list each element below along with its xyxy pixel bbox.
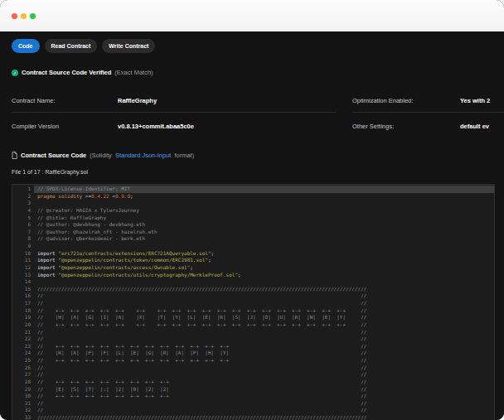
line-number: 19 — [12, 314, 34, 321]
code-line-text: // +-+ +-+ +-+ +-+ +-+ +-+ +-+ +-+ +-+ +… — [34, 343, 494, 350]
line-number: 18 — [12, 307, 34, 315]
window-titlebar[interactable] — [0, 0, 504, 31]
code-line: 23// +-+ +-+ +-+ +-+ +-+ +-+ +-+ +-+ +-+… — [12, 343, 494, 350]
code-line-text: // @title: RaffleGraphy — [34, 215, 494, 222]
line-number: 17 — [12, 300, 34, 307]
line-number: 14 — [12, 278, 34, 286]
line-number: 32 — [12, 407, 34, 414]
code-line: 21// // — [12, 329, 494, 336]
tab-read-contract[interactable]: Read Contract — [45, 39, 98, 53]
code-line-text: // // — [34, 407, 494, 414]
line-number: 26 — [12, 364, 34, 372]
code-line-text: import "@openzeppelin/contracts/token/co… — [34, 257, 494, 264]
verified-check-icon: ✓ — [12, 70, 18, 76]
code-line: 19// |H| |A| |G| |I| |A| |X| |T| |Y| |L|… — [12, 314, 494, 321]
line-number: 16 — [12, 292, 34, 300]
code-line-text: // |E| |S| |T| |:| |2| |0| |2| |2| // — [34, 386, 494, 393]
close-button[interactable] — [12, 13, 17, 19]
compiler-version-value: v0.8.13+commit.abaa5c0e — [118, 123, 194, 130]
code-line-text — [34, 243, 494, 250]
page-content: Code Read Contract Write Contract ✓ Cont… — [0, 31, 504, 420]
code-line-text: // // — [34, 292, 494, 300]
code-line-text: pragma solidity >=0.4.22 <0.9.0; — [34, 193, 494, 200]
line-number: 23 — [12, 343, 34, 350]
code-line-text: import "@openzeppelin/contracts/access/O… — [34, 264, 494, 272]
line-number: 2 — [12, 193, 34, 200]
code-line: 1// SPDX-License-Identifier: MIT — [12, 186, 494, 193]
line-number: 29 — [12, 386, 34, 393]
code-line-text: // +-+ +-+ +-+ +-+ +-+ +-+ +-+ +-+ +-+ +… — [34, 357, 494, 364]
code-line: 22// // — [12, 336, 494, 343]
line-number: 3 — [12, 200, 34, 207]
line-number: 13 — [12, 272, 34, 279]
code-line-text: // // — [34, 400, 494, 408]
line-number: 12 — [12, 264, 34, 272]
code-viewer[interactable]: 1// SPDX-License-Identifier: MIT2pragma … — [12, 184, 495, 420]
contract-name-row: Contract Name: RaffleGraphy — [12, 89, 337, 112]
minimize-button[interactable] — [21, 13, 27, 19]
traffic-lights — [12, 13, 36, 19]
code-line-text: // // — [34, 371, 494, 379]
line-number: 21 — [12, 329, 34, 336]
line-number: 25 — [12, 357, 34, 364]
code-line: 14 — [12, 278, 494, 286]
code-line-text: import "@openzeppelin/contracts/utils/cr… — [34, 272, 494, 279]
line-number: 8 — [12, 235, 34, 243]
code-line-text: // @creator: HAGIA x TylersJourney — [34, 207, 494, 215]
source-code-heading: Contract Source Code — [21, 152, 86, 159]
code-line: 31// // — [12, 400, 494, 408]
code-line: 15//////////////////////////////////////… — [12, 286, 494, 293]
other-settings-row: Other Settings: default ev — [352, 113, 504, 140]
code-line: 7// @author: @hazelrah_nft - hazelrah.et… — [12, 229, 494, 236]
app-window: Code Read Contract Write Contract ✓ Cont… — [0, 0, 504, 420]
line-number: 1 — [12, 186, 34, 193]
optimization-enabled-label: Optimization Enabled: — [352, 97, 460, 104]
compiler-version-label: Compiler Version — [12, 123, 118, 130]
details-left-column: Contract Name: RaffleGraphy Compiler Ver… — [12, 89, 337, 140]
standard-json-input-link[interactable]: Standard Json-Input — [115, 152, 172, 159]
code-line-text — [34, 278, 494, 286]
line-number: 7 — [12, 229, 34, 236]
code-line-text: // +-+ +-+ +-+ +-+ +-+ +-+ +-+ +-+ // — [34, 379, 494, 386]
code-line: 8// @advisor: @berkozdemir - berk.eth — [12, 235, 494, 243]
code-line: 13import "@openzeppelin/contracts/utils/… — [12, 272, 494, 279]
code-line: 32// // — [12, 407, 494, 414]
code-line: 9 — [12, 243, 494, 250]
code-line: 30// +-+ +-+ +-+ +-+ +-+ +-+ +-+ +-+ // — [12, 393, 494, 400]
verified-banner: ✓ Contract Source Code Verified (Exact M… — [12, 69, 153, 76]
code-line-text: // // — [34, 336, 494, 343]
code-line-text: // +-+ +-+ +-+ +-+ +-+ +-+ +-+ +-+ +-+ +… — [34, 321, 494, 329]
code-line: 17// // — [12, 300, 494, 307]
code-line: 10import "erc721a/contracts/extensions/E… — [12, 250, 494, 258]
exact-match-label: (Exact Match) — [114, 69, 153, 76]
code-line: 25// +-+ +-+ +-+ +-+ +-+ +-+ +-+ +-+ +-+… — [12, 357, 494, 364]
line-number: 6 — [12, 221, 34, 229]
line-number: 30 — [12, 393, 34, 400]
code-line-text: // // — [34, 364, 494, 372]
source-format-post: format) — [174, 152, 194, 159]
line-number: 22 — [12, 336, 34, 343]
file-selector-info: File 1 of 17 : RaffleGraphy.sol — [12, 169, 88, 175]
tab-code[interactable]: Code — [12, 39, 40, 53]
line-number: 24 — [12, 350, 34, 357]
code-line: 11import "@openzeppelin/contracts/token/… — [12, 257, 494, 264]
code-line: 5// @title: RaffleGraphy — [12, 215, 494, 222]
contract-tabs: Code Read Contract Write Contract — [12, 39, 155, 53]
code-line-text: // // — [34, 329, 494, 336]
line-number: 15 — [12, 286, 34, 293]
tab-write-contract[interactable]: Write Contract — [102, 39, 155, 53]
line-number: 31 — [12, 400, 34, 408]
code-line-text: // @author: @devbhang - devbhang.eth — [34, 221, 494, 229]
code-line-text: ////////////////////////////////////////… — [34, 286, 494, 293]
source-format-pre: (Solidity — [90, 152, 112, 159]
zoom-button[interactable] — [30, 13, 36, 19]
code-line: 16// // — [12, 292, 494, 300]
code-line: 26// // — [12, 364, 494, 372]
code-line: 2pragma solidity >=0.4.22 <0.9.0; — [12, 193, 494, 200]
line-number: 33 — [12, 414, 34, 420]
document-icon — [12, 152, 17, 159]
code-line: 29// |E| |S| |T| |:| |2| |0| |2| |2| // — [12, 386, 494, 393]
code-line: 6// @author: @devbhang - devbhang.eth — [12, 221, 494, 229]
line-number: 11 — [12, 257, 34, 264]
line-number: 5 — [12, 215, 34, 222]
